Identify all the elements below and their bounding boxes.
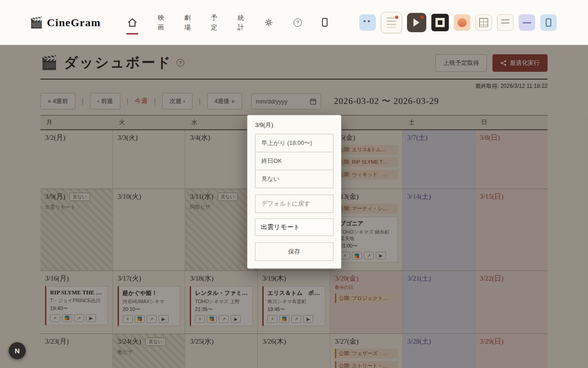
topbar: 🎬 CineGram 映画 劇場 予定 統計: [0, 0, 588, 45]
media-player-app-icon[interactable]: [407, 13, 426, 32]
nav-schedule-label: 予定: [211, 13, 217, 32]
nav-stats-label: 統計: [237, 13, 244, 32]
nav-theaters-label: 劇場: [184, 13, 191, 32]
help-icon: [294, 18, 302, 27]
option-early-finish-button[interactable]: 早上がり (18:00〜): [255, 134, 334, 152]
nav-movies-label: 映画: [158, 13, 164, 32]
nav-theaters[interactable]: 劇場: [184, 13, 191, 32]
option-all-day-button[interactable]: 終日OK: [255, 152, 334, 170]
option-skip-button[interactable]: 見ない: [255, 170, 334, 188]
table-app-icon[interactable]: [475, 14, 492, 31]
contrast-app-icon[interactable]: [431, 14, 449, 31]
gear-icon: [264, 18, 273, 27]
device-app-icon[interactable]: [540, 14, 557, 31]
nav-schedule[interactable]: 予定: [211, 13, 217, 32]
modal-title: 3/9(月): [255, 121, 334, 129]
notes-red-dot-app-icon[interactable]: [381, 12, 402, 33]
app-root: 🎬 CineGram 映画 劇場 予定 統計: [0, 0, 588, 368]
nav-help[interactable]: [294, 18, 302, 27]
nav-settings[interactable]: [264, 18, 273, 27]
app-logo: 🎬 CineGram: [29, 16, 101, 29]
lavender-note-app-icon[interactable]: [519, 14, 535, 31]
app-icons: [359, 12, 557, 33]
save-button[interactable]: 保存: [255, 242, 334, 261]
reset-default-button[interactable]: デフォルトに戻す: [255, 195, 334, 213]
sunset-app-icon[interactable]: [454, 14, 470, 31]
nav-home[interactable]: [127, 18, 137, 27]
list-app-icon[interactable]: [497, 14, 514, 31]
main-nav: 映画 劇場 予定 統計: [127, 13, 328, 32]
fab-n-button[interactable]: N: [9, 342, 26, 359]
phone-icon: [322, 18, 328, 27]
window-dots-app-icon[interactable]: [359, 14, 376, 31]
nav-mobile[interactable]: [322, 18, 328, 27]
nav-stats[interactable]: 統計: [237, 13, 244, 32]
home-icon: [127, 18, 137, 27]
day-settings-modal: 3/9(月) 早上がり (18:00〜) 終日OK 見ない デフォルトに戻す 保…: [247, 115, 341, 269]
memo-input[interactable]: [255, 218, 334, 236]
nav-movies[interactable]: 映画: [158, 13, 164, 32]
active-nav-indicator: [126, 33, 138, 34]
